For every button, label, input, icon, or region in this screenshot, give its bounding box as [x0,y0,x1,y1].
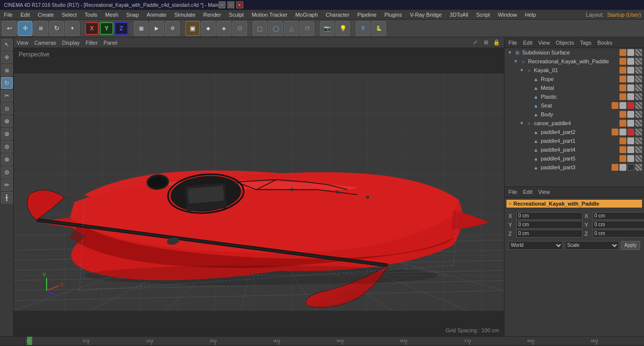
close-button[interactable]: ✕ [236,1,243,8]
tree-expand-k01[interactable]: ▼ [518,67,525,74]
brush-tool[interactable]: ⊛ [1,128,13,140]
menu-window[interactable]: Window [494,10,521,19]
render-settings[interactable]: ⚙ [165,21,180,36]
camera-tool[interactable]: 📷 [320,21,335,36]
tree-item-plastic[interactable]: ▶ ▲ Plastic [504,92,644,101]
menu-plugins[interactable]: Plugins [380,10,406,19]
menu-character[interactable]: Character [322,10,353,19]
attr-menu-view[interactable]: View [536,189,552,195]
mirror-tool[interactable]: ⊘ [1,166,13,178]
menu-vray[interactable]: V-Ray Bridge [406,10,446,19]
menu-pipeline[interactable]: Pipeline [353,10,380,19]
size-x-input[interactable] [592,212,644,220]
pos-x-input[interactable] [516,212,583,220]
menu-select[interactable]: Select [58,10,81,19]
size-z-input[interactable] [592,230,644,238]
menu-script[interactable]: Script [472,10,494,19]
prim-cube[interactable]: ◻ [252,21,267,36]
prim-sphere[interactable]: ◯ [268,21,283,36]
menu-3dtoall[interactable]: 3DToAll [446,10,472,19]
vertex-mode[interactable]: ◆ [201,21,216,36]
move-tool[interactable]: ✛ [18,21,32,36]
tree-item-rope[interactable]: ▶ ▲ Rope [504,75,644,83]
loop-select[interactable]: ⊟ [1,103,13,114]
edge-mode[interactable]: ◈ [217,21,231,36]
menu-help[interactable]: Help [521,10,540,19]
menu-edit[interactable]: Edit [17,10,34,19]
tree-item-metal[interactable]: ▶ ▲ Metal [504,83,644,92]
rt-menu-books[interactable]: Books [595,40,615,46]
apply-button[interactable]: Apply [621,241,640,250]
render-active[interactable]: ▶ [149,21,164,36]
menu-mograph[interactable]: MoGraph [291,10,322,19]
tree-item-seat[interactable]: ▶ ▲ Seat [504,101,644,110]
menu-snap[interactable]: Snap [122,10,143,19]
undo-button[interactable]: ↩ [2,21,17,36]
move-tool-left[interactable]: ✛ [1,52,13,63]
pos-z-input[interactable] [516,230,583,238]
tree-expand-subdiv[interactable]: ▼ [506,49,513,56]
polygon-pen[interactable]: ✏ [1,179,13,191]
rt-menu-file[interactable]: File [506,40,519,46]
maximize-button[interactable]: □ [227,1,234,8]
poly-mode[interactable]: ⬡ [232,21,247,36]
knife-tool[interactable]: ✂ [1,90,13,102]
tree-item-paddle-part2[interactable]: ▶ ▲ paddle4_part2 [504,128,644,136]
viewport-lock[interactable]: 🔒 [492,38,501,47]
extrude-tool[interactable]: ⊜ [1,141,13,153]
menu-render[interactable]: Render [199,10,225,19]
magnet-tool[interactable]: ⊕ [1,115,13,127]
vp-menu-display[interactable]: Display [62,40,80,46]
tree-item-kayak-paddle[interactable]: ▼ ○ Recreational_Kayak_with_Paddle [504,57,644,66]
size-y-input[interactable] [592,221,644,229]
vray-logo[interactable]: V [356,21,370,36]
tree-expand-paddle[interactable]: ▼ [518,120,525,127]
vp-menu-view[interactable]: View [17,40,28,46]
axis-x-button[interactable]: X [85,22,99,35]
edge-cut[interactable]: ╂ [1,192,13,204]
python-logo[interactable]: 🐍 [371,21,386,36]
vp-menu-cameras[interactable]: Cameras [34,40,56,46]
vp-menu-filter[interactable]: Filter [85,40,97,46]
object-tool[interactable]: ✦ [65,21,80,36]
pos-y-input[interactable] [516,221,583,229]
menu-file[interactable]: File [0,10,17,19]
light-tool[interactable]: 💡 [336,21,350,36]
menu-sculpt[interactable]: Sculpt [225,10,248,19]
rt-menu-tags[interactable]: Tags [578,40,593,46]
tree-item-canoe-paddle[interactable]: ▼ ○ canoe_paddle4 [504,119,644,128]
menu-motion-tracker[interactable]: Motion Tracker [248,10,291,19]
axis-y-button[interactable]: Y [100,22,113,35]
menu-tools[interactable]: Tools [81,10,101,19]
tree-item-kayak01[interactable]: ▼ ○ Kayak_01 [504,66,644,75]
rt-menu-edit[interactable]: Edit [521,40,534,46]
object-tree[interactable]: ▼ ⊞ Subdivision Surface ▼ ○ Recreational… [504,48,644,186]
menu-create[interactable]: Create [34,10,58,19]
menu-simulate[interactable]: Simulate [170,10,199,19]
render-region[interactable]: ▦ [134,21,148,36]
viewport-options[interactable]: ⊞ [481,38,490,47]
tree-item-paddle-part4[interactable]: ▶ ▲ paddle4_part4 [504,145,644,154]
menu-mesh[interactable]: Mesh [101,10,122,19]
rt-menu-view[interactable]: View [536,40,552,46]
prim-cone[interactable]: △ [284,21,299,36]
rotate-tool[interactable]: ↻ [49,21,64,36]
3d-viewport[interactable]: —— X Y Z [14,48,504,336]
rotate-tool-left[interactable]: ↻ [1,77,13,89]
world-dropdown[interactable]: World [508,241,563,250]
tree-item-paddle-part5[interactable]: ▶ ▲ paddle4_part5 [504,154,644,163]
scale-tool[interactable]: ⊞ [33,21,48,36]
scale-dropdown[interactable]: Scale [565,241,619,250]
tree-item-paddle-part1[interactable]: ▶ ▲ paddle4_part1 [504,136,644,145]
scale-tool-left[interactable]: ⊞ [1,64,13,76]
axis-z-button[interactable]: Z [114,22,128,35]
attr-menu-edit[interactable]: Edit [521,189,534,195]
tree-expand-kayak[interactable]: ▼ [512,58,519,65]
tree-item-subdiv[interactable]: ▼ ⊞ Subdivision Surface [504,48,644,57]
viewport-expand[interactable]: ⤢ [471,38,479,47]
boole-tool[interactable]: ⊗ [1,154,13,165]
vp-menu-panel[interactable]: Panel [104,40,117,46]
selection-tool[interactable]: ↖ [1,39,13,51]
tree-item-body[interactable]: ▶ ▲ Body [504,110,644,119]
attr-menu-file[interactable]: File [506,189,519,195]
